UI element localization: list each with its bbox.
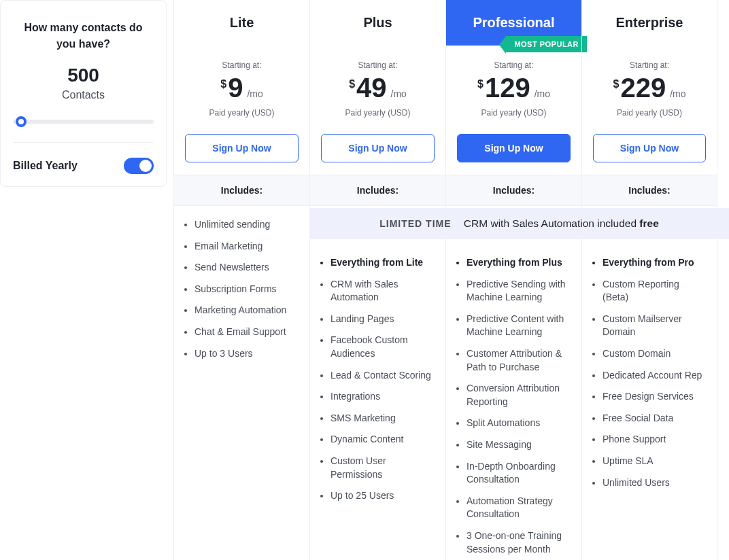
toggle-knob	[139, 160, 152, 172]
plan-lite: Lite Starting at: $ 9 /mo Paid yearly (U…	[173, 0, 309, 560]
starting-at-label: Starting at:	[589, 60, 710, 70]
plan-professional-name: Professional	[453, 15, 575, 31]
period-label: /mo	[247, 88, 262, 99]
feature-item: Everything from Lite	[330, 256, 436, 270]
feature-item: Dedicated Account Rep	[603, 369, 707, 383]
plan-enterprise-signup-button[interactable]: Sign Up Now	[593, 134, 706, 162]
paid-yearly-note: Paid yearly (USD)	[181, 108, 303, 118]
contacts-count-label: Contacts	[13, 89, 154, 101]
feature-item: Facebook Custom Audiences	[330, 334, 436, 360]
limited-time-banner: LIMITED TIME CRM with Sales Automation i…	[309, 208, 729, 239]
plan-professional-includes-label: Includes:	[446, 175, 581, 206]
plan-enterprise-features: Everything from Pro Custom Reporting (Be…	[582, 206, 717, 507]
billed-row: Billed Yearly	[13, 142, 154, 174]
feature-item: Up to 25 Users	[330, 489, 436, 503]
plans-grid: LIMITED TIME CRM with Sales Automation i…	[173, 0, 729, 560]
plan-plus-amount: 49	[356, 74, 387, 101]
feature-item: Everything from Plus	[467, 256, 572, 270]
plan-enterprise-includes-label: Includes:	[582, 175, 717, 206]
starting-at-label: Starting at:	[181, 60, 303, 70]
feature-item: Unlimited Users	[603, 476, 707, 490]
plan-enterprise-name: Enterprise	[589, 15, 710, 31]
limited-time-text: CRM with Sales Automation included	[464, 217, 637, 229]
feature-item: Integrations	[330, 390, 436, 404]
plan-professional-price: $ 129 /mo	[453, 74, 575, 101]
currency-symbol: $	[349, 78, 355, 90]
sidebar: How many contacts do you have? 500 Conta…	[0, 0, 173, 560]
billed-label: Billed Yearly	[13, 160, 78, 172]
feature-item: Custom User Permissions	[330, 455, 436, 481]
paid-yearly-note: Paid yearly (USD)	[317, 108, 439, 118]
feature-item: Custom Domain	[603, 347, 707, 361]
feature-item: Predictive Sending with Machine Learning	[467, 278, 572, 304]
currency-symbol: $	[220, 78, 226, 90]
feature-item: Chat & Email Support	[194, 326, 300, 339]
feature-item: In-Depth Onboarding Consultation	[467, 460, 572, 487]
plan-professional-signup-button[interactable]: Sign Up Now	[457, 134, 571, 162]
plan-lite-header: Lite	[174, 0, 309, 46]
limited-time-label: LIMITED TIME	[379, 218, 451, 229]
feature-item: Site Messaging	[467, 438, 572, 452]
plan-plus-header: Plus	[310, 0, 445, 46]
plan-professional-header: Professional MOST POPULAR	[446, 0, 581, 46]
plan-plus-features: Everything from Lite CRM with Sales Auto…	[310, 206, 445, 521]
plan-lite-includes-label: Includes:	[174, 175, 309, 206]
plan-plus-price-block: Starting at: $ 49 /mo Paid yearly (USD)	[310, 46, 445, 123]
plan-professional-price-block: Starting at: $ 129 /mo Paid yearly (USD)	[446, 46, 581, 123]
feature-item: Landing Pages	[330, 313, 436, 326]
most-popular-badge: MOST POPULAR	[506, 36, 587, 52]
feature-item: Customer Attribution & Path to Purchase	[467, 347, 572, 374]
feature-item: Marketing Automation	[194, 304, 300, 317]
feature-item: Custom Reporting (Beta)	[603, 278, 707, 304]
feature-item: Everything from Pro	[603, 256, 707, 270]
contacts-count: 500	[13, 65, 154, 86]
plan-lite-name: Lite	[181, 15, 303, 31]
plan-enterprise-amount: 229	[620, 74, 666, 101]
feature-item: Dynamic Content	[330, 433, 436, 447]
plan-plus-name: Plus	[317, 15, 439, 31]
plan-enterprise-header: Enterprise	[582, 0, 717, 46]
limited-time-free: free	[639, 217, 658, 229]
currency-symbol: $	[477, 78, 484, 90]
paid-yearly-note: Paid yearly (USD)	[453, 108, 575, 118]
feature-item: Custom Mailserver Domain	[603, 313, 707, 339]
feature-item: Split Automations	[467, 417, 572, 430]
plan-enterprise-price-block: Starting at: $ 229 /mo Paid yearly (USD)	[582, 46, 717, 123]
feature-item: Phone Support	[603, 433, 707, 447]
plan-professional: Professional MOST POPULAR Starting at: $…	[445, 0, 581, 560]
plan-plus-includes-label: Includes:	[310, 175, 445, 206]
plan-plus: Plus Starting at: $ 49 /mo Paid yearly (…	[309, 0, 445, 560]
starting-at-label: Starting at:	[317, 60, 439, 70]
plan-lite-signup-button[interactable]: Sign Up Now	[185, 134, 299, 162]
plan-lite-features: Unlimited sendingEmail MarketingSend New…	[174, 206, 309, 378]
feature-item: Automation Strategy Consultation	[467, 495, 572, 521]
feature-item: Up to 3 Users	[194, 347, 300, 361]
plan-professional-amount: 129	[485, 74, 530, 101]
plan-plus-price: $ 49 /mo	[317, 74, 439, 101]
feature-item: SMS Marketing	[330, 412, 436, 425]
slider-track	[13, 120, 154, 124]
starting-at-label: Starting at:	[453, 60, 575, 70]
feature-item: Uptime SLA	[603, 455, 707, 468]
feature-item: Predictive Content with Machine Learning	[467, 313, 572, 339]
contacts-card: How many contacts do you have? 500 Conta…	[0, 0, 167, 187]
paid-yearly-note: Paid yearly (USD)	[589, 108, 710, 118]
feature-item: Conversion Attribution Reporting	[467, 382, 572, 408]
billed-toggle[interactable]	[124, 158, 154, 174]
feature-item: Free Social Data	[603, 412, 707, 425]
plan-lite-price: $ 9 /mo	[181, 74, 303, 101]
currency-symbol: $	[613, 78, 620, 90]
plan-plus-signup-button[interactable]: Sign Up Now	[321, 134, 435, 162]
slider-thumb[interactable]	[16, 116, 27, 127]
plan-lite-price-block: Starting at: $ 9 /mo Paid yearly (USD)	[174, 46, 309, 123]
contacts-slider[interactable]	[13, 116, 154, 127]
feature-item: 3 One-on-one Training Sessions per Month	[467, 529, 572, 556]
plan-enterprise-price: $ 229 /mo	[589, 74, 710, 101]
feature-item: Send Newsletters	[194, 261, 300, 275]
period-label: /mo	[670, 88, 685, 99]
feature-item: Email Marketing	[194, 240, 300, 253]
period-label: /mo	[535, 88, 550, 99]
plan-enterprise: Enterprise Starting at: $ 229 /mo Paid y…	[581, 0, 717, 560]
feature-item: Subscription Forms	[194, 283, 300, 296]
period-label: /mo	[391, 88, 407, 99]
